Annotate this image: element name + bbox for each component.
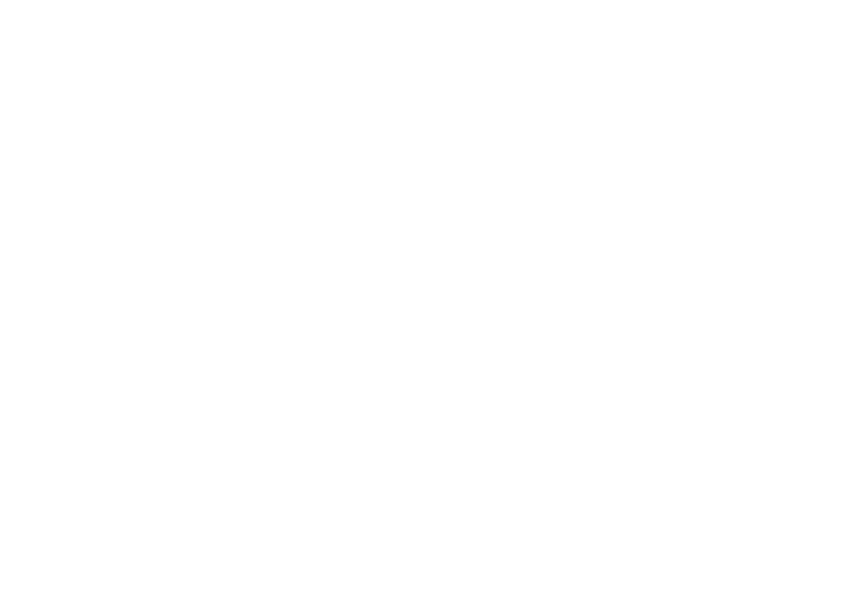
er-diagram <box>0 0 868 595</box>
